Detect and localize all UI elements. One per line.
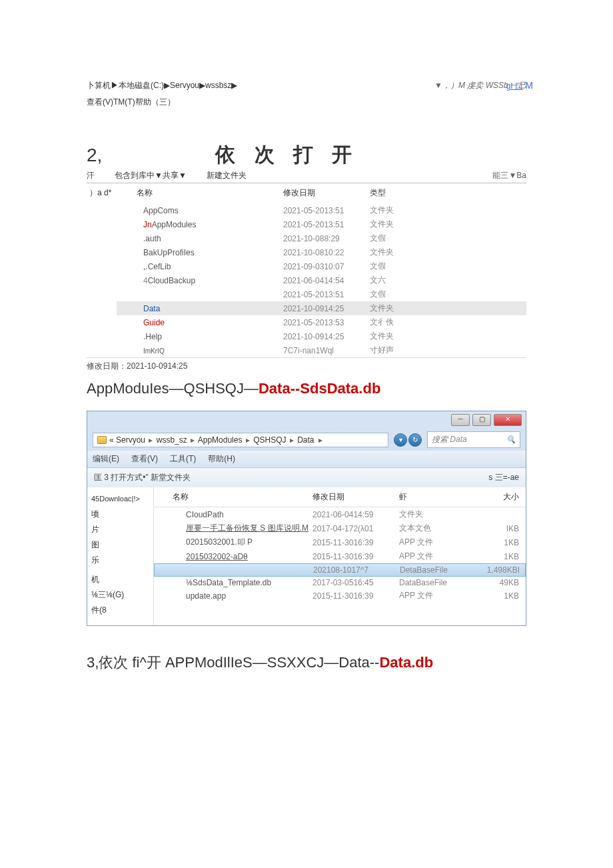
toolbar-sweat: 汗 bbox=[87, 170, 95, 181]
nav-refresh-button[interactable]: ↻ bbox=[408, 433, 422, 447]
toolbar-view[interactable]: 能三▼Ba bbox=[492, 170, 526, 181]
file-row[interactable]: Guide2021-05-2013:53文彳佚 bbox=[117, 315, 526, 329]
toolbar-open[interactable]: 匡 3 打开方式•" 新堂文件夹 bbox=[94, 472, 191, 483]
toolbar-1: 汗 包含到库中▼共享▼ 新建文件夹 能三▼Ba bbox=[87, 169, 526, 183]
file-list-1: 名称 修改日期 类型 AppComs2021-05-2013:51文件夹JnAp… bbox=[117, 183, 526, 357]
step-title-2: 依 次 打 开 bbox=[215, 141, 358, 169]
menu-item[interactable]: 查看(V) bbox=[131, 453, 158, 465]
file-row[interactable]: 202108-1017^7DetaBaseFile1,498KBI bbox=[154, 563, 526, 577]
file-list-2: 名称 修改日期 虾 大小 CIoudPath2021-06-0414:59文件夹… bbox=[154, 487, 526, 625]
search-icon: 🔍 bbox=[506, 435, 516, 444]
file-row[interactable]: AppComs2021-05-2013:51文件夹 bbox=[117, 203, 526, 217]
file-row[interactable]: ,.CefLib2021-09-0310:07文假 bbox=[117, 259, 526, 273]
folder-icon bbox=[97, 436, 107, 444]
menu-item[interactable]: 编辑(E) bbox=[93, 453, 119, 465]
close-button[interactable]: ✕ bbox=[494, 414, 522, 426]
file-row[interactable]: 厘要一手工备份恢复 S 图库说明.M2017-04-172(λ01文本文色IKB bbox=[154, 521, 526, 535]
step-title-3: 3,依次 fi^开 APPModIlIeS—SSXXCJ—Data--Data.… bbox=[0, 626, 613, 686]
column-headers-2: 名称 修改日期 虾 大小 bbox=[154, 487, 526, 507]
sidebar-downloads[interactable]: 45Downloac|!> bbox=[91, 493, 149, 505]
top-link-m[interactable]: M bbox=[525, 80, 533, 91]
file-row[interactable]: Data2021-10-0914:25文件夹 bbox=[117, 301, 526, 315]
toolbar-newfolder[interactable]: 新建文件夹 bbox=[207, 170, 247, 181]
file-row[interactable]: .Help2021-10-0914:25文件夹 bbox=[117, 329, 526, 343]
file-row[interactable]: ImKrIQ7C7i-nan1Wql寸好声 bbox=[117, 343, 526, 357]
path-title-1: AppModuIes—QSHSQJ—Data--SdsData.db bbox=[0, 375, 613, 411]
sidebar-item[interactable]: 乐 bbox=[91, 553, 149, 568]
toolbar-include[interactable]: 包含到库中▼共享▼ bbox=[115, 170, 187, 181]
sidebar-item[interactable]: 件(8 bbox=[91, 603, 149, 618]
sidebar-item[interactable]: ⅛三⅛(G) bbox=[91, 587, 149, 603]
file-row[interactable]: 02015032001.叩 P2015-11-3016:39APP 文件1KB bbox=[154, 535, 526, 549]
sidebar-item[interactable]: 片 bbox=[91, 522, 149, 537]
file-row[interactable]: JnAppModules2021-05-2013:51文件夹 bbox=[117, 217, 526, 231]
column-headers-1: 名称 修改日期 类型 bbox=[117, 183, 526, 203]
window-titlebar[interactable]: ─ ▢ ✕ bbox=[87, 411, 526, 429]
nav-dropdown-button[interactable]: ▾ bbox=[394, 433, 407, 447]
minimize-button[interactable]: ─ bbox=[451, 414, 470, 426]
top-link-area: gI 口 M bbox=[506, 80, 533, 92]
sidebar-1: ）a d* bbox=[87, 183, 117, 357]
search-box[interactable]: 搜索 Data 🔍 bbox=[427, 431, 520, 448]
menu-bar-2: 编辑(E)查看(V)工具(T)帮助(H) bbox=[87, 451, 526, 468]
top-link[interactable]: gI 口 bbox=[506, 81, 523, 91]
file-row[interactable]: .auth2021-10-088:29文假 bbox=[117, 231, 526, 245]
file-row[interactable]: ⅛SdsData_Template.db2017-03-0516:45DataB… bbox=[154, 577, 526, 589]
toolbar-2: 匡 3 打开方式•" 新堂文件夹 s 三=-ae bbox=[87, 468, 526, 487]
file-row[interactable]: 4CloudBackup2021-06-0414:54文六 bbox=[117, 273, 526, 287]
sidebar-item[interactable]: 机 bbox=[91, 572, 149, 587]
step-number-2: 2, bbox=[87, 145, 102, 166]
file-row[interactable]: update.app2015-11-3016:39APP 文件1KB bbox=[154, 589, 526, 603]
file-row[interactable]: BakUpProfiIes2021-10-0810:22文件夹 bbox=[117, 245, 526, 259]
menu-bar-1[interactable]: 查看(V)TM(T)帮助（三） bbox=[0, 97, 613, 108]
file-row[interactable]: 2015032002-aDθ2015-11-3016:39APP 文件1KB bbox=[154, 549, 526, 563]
file-row[interactable]: CIoudPath2021-06-0414:59文件夹 bbox=[154, 507, 526, 521]
address-bar[interactable]: « Servyou ▸ wssb_sz ▸ AppModules ▸ QSHSQ… bbox=[93, 433, 388, 447]
sidebar-item[interactable]: 图 bbox=[91, 537, 149, 553]
menu-item[interactable]: 帮助(H) bbox=[208, 453, 235, 465]
maximize-button[interactable]: ▢ bbox=[472, 414, 491, 426]
file-row[interactable]: 2021-05-2013:51文假 bbox=[117, 287, 526, 301]
menu-item[interactable]: 工具(T) bbox=[170, 453, 196, 465]
breadcrumb[interactable]: 卜算机▶本地磁盘(C:)▶Servyou▶wssbsz▶ bbox=[87, 80, 237, 91]
status-line: 修改日期：2021-10-0914:25 bbox=[87, 358, 526, 375]
explorer-window-2: ─ ▢ ✕ « Servyou ▸ wssb_sz ▸ AppModules ▸… bbox=[87, 411, 526, 626]
toolbar-view-2[interactable]: s 三=-ae bbox=[488, 472, 519, 483]
sidebar-item[interactable]: 顷 bbox=[91, 507, 149, 522]
sidebar-2: 45Downloac|!> 顷片图乐机⅛三⅛(G)件(8 bbox=[87, 487, 154, 625]
